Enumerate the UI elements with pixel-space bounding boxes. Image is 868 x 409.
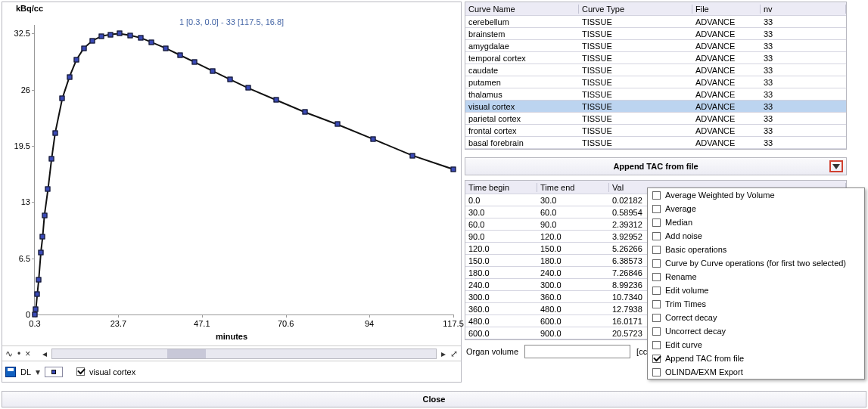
table-row[interactable]: cerebellumTISSUEADVANCE33 [465, 16, 846, 28]
menu-item[interactable]: Append TAC from file [648, 352, 864, 365]
plot-panel: kBq/cc 1 [0.3, 0.0] - 33 [117.5, 16.8] 0… [2, 2, 462, 383]
col-time-begin[interactable]: Time begin [465, 183, 537, 192]
close-button[interactable]: Close [2, 391, 866, 407]
menu-checkbox[interactable] [652, 314, 661, 322]
save-icon[interactable] [5, 367, 16, 377]
col-time-end[interactable]: Time end [537, 183, 609, 192]
point-style-icon[interactable]: • [17, 349, 20, 359]
table-row[interactable]: parietal cortexTISSUEADVANCE33 [465, 113, 846, 125]
menu-item[interactable]: Trim Times [648, 297, 864, 311]
organ-volume-input[interactable] [524, 345, 630, 358]
plot-toolbar-2: DL ▾ visual cortex [2, 361, 461, 382]
menu-checkbox[interactable] [652, 246, 661, 254]
menu-item[interactable]: Curve by Curve operations (for first two… [648, 256, 864, 270]
menu-checkbox[interactable] [652, 355, 661, 363]
menu-item[interactable]: OLINDA/EXM Export [648, 365, 864, 379]
menu-item[interactable]: Edit curve [648, 338, 864, 352]
operations-menu: Average Weighted by VolumeAverageMedianA… [647, 187, 865, 380]
menu-checkbox[interactable] [652, 327, 661, 336]
line-style-icon[interactable]: ∿ [5, 349, 13, 359]
menu-item[interactable]: Edit volume [648, 284, 864, 297]
series-name: visual cortex [89, 367, 135, 376]
table-row[interactable]: thalamusTISSUEADVANCE33 [465, 88, 846, 101]
menu-item[interactable]: Basic operations [648, 243, 864, 256]
menu-checkbox[interactable] [652, 218, 661, 227]
plot-area[interactable]: 06.51319.52632.50.323.747.170.694117.5 [34, 25, 453, 315]
table-row[interactable]: temporal cortexTISSUEADVANCE33 [465, 52, 846, 64]
x-axis-label: minutes [2, 332, 461, 341]
append-dropdown-icon[interactable] [829, 160, 843, 172]
curves-table[interactable]: Curve Name Curve Type File nv cerebellum… [465, 2, 847, 150]
table-row[interactable]: frontal cortexTISSUEADVANCE33 [465, 125, 846, 137]
data-panel: Curve Name Curve Type File nv cerebellum… [465, 2, 866, 383]
series-symbol[interactable] [45, 367, 63, 377]
menu-checkbox[interactable] [652, 341, 661, 349]
plot-toolbar-1: ∿ • × ◂ ▸ ⤢ [2, 345, 461, 361]
menu-item[interactable]: Add noise [648, 229, 864, 243]
organ-volume-label: Organ volume [466, 347, 518, 356]
menu-item[interactable]: Uncorrect decay [648, 324, 864, 338]
col-curve-name[interactable]: Curve Name [465, 5, 579, 14]
menu-item[interactable]: Median [648, 215, 864, 229]
col-curve-type[interactable]: Curve Type [579, 5, 692, 14]
menu-item[interactable]: Average Weighted by Volume [648, 188, 864, 202]
scroll-right-icon[interactable]: ▸ [441, 349, 446, 359]
append-tac-button[interactable]: Append TAC from file [465, 157, 847, 175]
menu-checkbox[interactable] [652, 191, 661, 200]
expand-icon[interactable]: ⤢ [450, 349, 458, 359]
menu-item[interactable]: Correct decay [648, 311, 864, 324]
menu-item[interactable]: Rename [648, 270, 864, 284]
scroll-left-icon[interactable]: ◂ [42, 349, 47, 359]
table-row[interactable]: putamenTISSUEADVANCE33 [465, 76, 846, 88]
table-row[interactable]: amygdalaeTISSUEADVANCE33 [465, 40, 846, 52]
table-row[interactable]: caudateTISSUEADVANCE33 [465, 64, 846, 76]
series-visible-checkbox[interactable] [76, 367, 85, 376]
col-file[interactable]: File [692, 5, 761, 14]
col-nv[interactable]: nv [761, 5, 846, 14]
table-row[interactable]: brainstemTISSUEADVANCE33 [465, 28, 846, 40]
menu-checkbox[interactable] [652, 300, 661, 308]
menu-checkbox[interactable] [652, 205, 661, 213]
y-axis-label: kBq/cc [16, 4, 43, 13]
horizontal-scrollbar[interactable] [51, 349, 437, 359]
menu-checkbox[interactable] [652, 287, 661, 295]
menu-checkbox[interactable] [652, 273, 661, 281]
clear-icon[interactable]: × [25, 349, 30, 359]
dl-dropdown-icon[interactable]: ▾ [36, 367, 40, 377]
menu-item[interactable]: Average [648, 202, 864, 215]
table-row[interactable]: basal forebrainTISSUEADVANCE33 [465, 137, 846, 149]
menu-checkbox[interactable] [652, 368, 661, 376]
menu-checkbox[interactable] [652, 259, 661, 268]
dl-label: DL [20, 367, 31, 376]
menu-checkbox[interactable] [652, 232, 661, 240]
table-row[interactable]: visual cortexTISSUEADVANCE33 [465, 101, 846, 113]
